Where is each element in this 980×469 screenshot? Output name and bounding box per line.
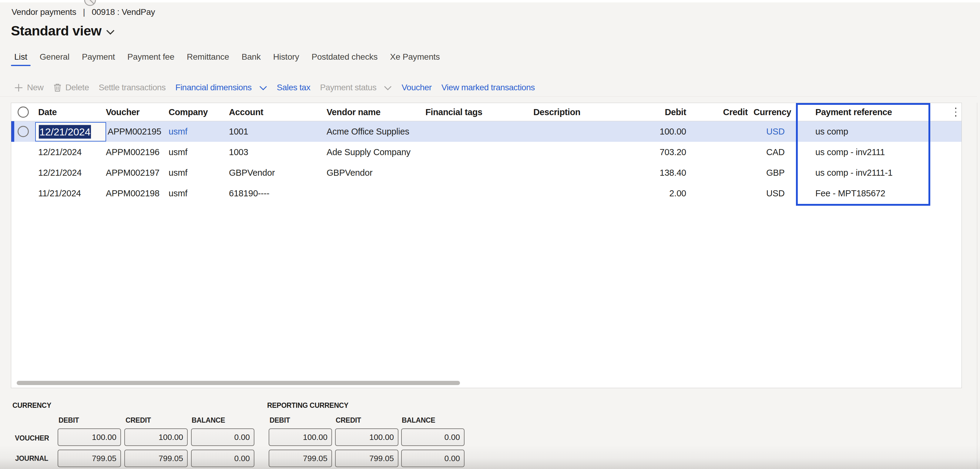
cell-payment-reference: us comp - inv2111-1	[815, 168, 892, 178]
tab-xe-payments[interactable]: Xe Payments	[390, 52, 440, 63]
breadcrumb-subtitle: 00918 : VendPay	[92, 7, 155, 17]
horizontal-scrollbar[interactable]	[17, 381, 460, 385]
total-value: 799.05	[369, 454, 394, 463]
right-edge-divider	[977, 103, 977, 469]
voucher-button[interactable]: Voucher	[401, 83, 431, 92]
cell-voucher: APPM002197	[106, 168, 159, 178]
grid-header-row: Date Voucher Company Account Vendor name…	[11, 103, 961, 121]
cell-date: 12/21/2024	[38, 168, 81, 178]
column-header-description[interactable]: Description	[533, 107, 581, 117]
reporting-currency-section-label: REPORTING CURRENCY	[267, 401, 348, 410]
reporting-voucher-credit-field: 100.00	[335, 428, 398, 446]
tab-payment[interactable]: Payment	[82, 52, 115, 63]
cell-company: usmf	[169, 189, 188, 198]
tab-bank[interactable]: Bank	[242, 52, 261, 63]
cell-date: 11/21/2024	[38, 189, 81, 198]
grid-row-4[interactable]: 11/21/2024 APPM002198 usmf 618190---- 2.…	[11, 183, 961, 204]
new-button[interactable]: New	[14, 83, 44, 92]
cell-currency-link[interactable]: USD	[766, 127, 785, 137]
currency-voucher-debit-field: 100.00	[57, 428, 121, 446]
cell-debit: 703.20	[587, 147, 686, 157]
cell-payment-reference: Fee - MPT185672	[815, 189, 885, 198]
currency-journal-credit-field: 799.05	[124, 450, 188, 467]
date-edit-input[interactable]: 12/21/2024	[35, 122, 106, 141]
breadcrumb-title[interactable]: Vendor payments	[11, 7, 76, 17]
total-value: 100.00	[159, 433, 183, 442]
date-selected-text: 12/21/2024	[39, 125, 91, 139]
financial-dimensions-button[interactable]: Financial dimensions	[175, 83, 267, 92]
chevron-down-icon	[384, 86, 392, 90]
delete-button[interactable]: Delete	[53, 83, 89, 92]
payment-status-button[interactable]: Payment status	[320, 83, 392, 92]
cell-company-link[interactable]: usmf	[169, 127, 188, 137]
cell-voucher: APPM002195	[108, 127, 161, 137]
reporting-voucher-balance-field: 0.00	[401, 428, 465, 446]
cell-vendor-name: Ade Supply Company	[326, 147, 410, 157]
total-value: 799.05	[159, 454, 183, 463]
row-radio[interactable]	[18, 126, 29, 137]
column-header-payment-reference[interactable]: Payment reference	[815, 107, 892, 117]
total-value: 799.05	[92, 454, 116, 463]
plus-icon	[14, 83, 23, 92]
reporting-debit-label: DEBIT	[270, 416, 290, 425]
cell-account: 618190----	[229, 189, 269, 198]
reporting-voucher-debit-field: 100.00	[269, 428, 332, 446]
reporting-credit-label: CREDIT	[336, 416, 361, 425]
total-value: 0.00	[234, 454, 250, 463]
column-header-account[interactable]: Account	[229, 107, 263, 117]
chevron-down-icon	[259, 86, 267, 90]
sales-tax-button[interactable]: Sales tax	[277, 83, 310, 92]
currency-credit-label: CREDIT	[126, 416, 151, 425]
column-header-date[interactable]: Date	[38, 107, 57, 117]
chevron-down-icon[interactable]	[106, 29, 115, 35]
tab-list[interactable]: List	[14, 52, 27, 63]
tab-remittance[interactable]: Remittance	[187, 52, 229, 63]
tab-history[interactable]: History	[273, 52, 299, 63]
breadcrumb-separator: |	[83, 7, 85, 17]
total-value: 100.00	[369, 433, 394, 442]
column-header-vendor-name[interactable]: Vendor name	[326, 107, 380, 117]
grid-row-3[interactable]: 12/21/2024 APPM002197 usmf GBPVendor GBP…	[11, 162, 961, 183]
column-header-company[interactable]: Company	[169, 107, 208, 117]
reporting-journal-balance-field: 0.00	[401, 450, 465, 467]
reporting-balance-label: BALANCE	[402, 416, 435, 425]
tab-postdated-checks[interactable]: Postdated checks	[312, 52, 377, 63]
journal-lines-grid: Date Voucher Company Account Vendor name…	[11, 103, 962, 388]
cell-currency: GBP	[766, 168, 785, 178]
top-strip	[0, 0, 980, 2]
trash-icon	[53, 83, 62, 92]
column-header-financial-tags[interactable]: Financial tags	[425, 107, 482, 117]
reporting-journal-debit-field: 799.05	[269, 450, 332, 467]
grid-row-2[interactable]: 12/21/2024 APPM002196 usmf 1003 Ade Supp…	[11, 142, 961, 162]
select-all-radio[interactable]	[18, 106, 29, 117]
tab-general[interactable]: General	[40, 52, 70, 63]
column-options-icon[interactable]	[955, 108, 957, 117]
cell-voucher: APPM002198	[106, 189, 159, 198]
currency-debit-label: DEBIT	[59, 416, 79, 425]
cell-debit: 138.40	[587, 168, 686, 178]
total-value: 100.00	[92, 433, 116, 442]
reporting-journal-credit-field: 799.05	[335, 450, 398, 467]
tab-payment-fee[interactable]: Payment fee	[127, 52, 174, 63]
cell-voucher: APPM002196	[106, 147, 159, 157]
page-title[interactable]: Standard view	[11, 23, 102, 39]
cell-account: GBPVendor	[229, 168, 275, 178]
column-header-voucher[interactable]: Voucher	[106, 107, 140, 117]
tab-bar: List General Payment Payment fee Remitta…	[14, 52, 440, 63]
cell-date: 12/21/2024	[38, 147, 81, 157]
action-bar: New Delete Settle transactions Financial…	[14, 81, 535, 95]
column-header-credit[interactable]: Credit	[686, 107, 748, 117]
column-header-currency[interactable]: Currency	[754, 107, 791, 117]
grid-row-1[interactable]: 12/21/2024 APPM002195 usmf 1001 Acme Off…	[11, 121, 961, 142]
settle-transactions-button[interactable]: Settle transactions	[99, 83, 165, 92]
view-marked-transactions-button[interactable]: View marked transactions	[441, 83, 535, 92]
cell-company: usmf	[169, 147, 188, 157]
column-header-debit[interactable]: Debit	[587, 107, 686, 117]
cell-vendor-name: GBPVendor	[326, 168, 372, 178]
currency-journal-balance-field: 0.00	[191, 450, 255, 467]
page-title-row: Standard view	[11, 23, 115, 39]
blocked-cursor-icon	[83, 0, 97, 7]
voucher-row-label: VOUCHER	[15, 434, 49, 442]
cell-debit: 100.00	[587, 127, 686, 137]
currency-voucher-credit-field: 100.00	[124, 428, 188, 446]
